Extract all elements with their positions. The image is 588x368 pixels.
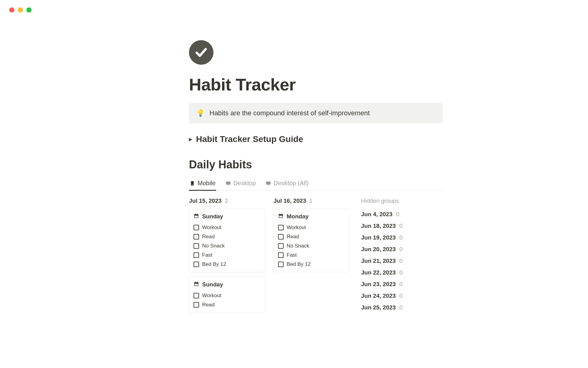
desktop-icon (225, 181, 231, 186)
callout-block[interactable]: 💡 Habits are the compound interest of se… (189, 103, 443, 123)
habit-checkbox[interactable] (194, 225, 199, 230)
hidden-groups: Hidden groups Jun 4, 20230Jun 18, 20230J… (358, 197, 419, 317)
hidden-group-date: Jun 4, 2023 (361, 211, 392, 218)
habit-row: Fast (278, 251, 345, 260)
hidden-group-date: Jun 23, 2023 (361, 281, 396, 288)
habit-row: Workout (194, 223, 260, 232)
svg-rect-5 (267, 185, 269, 185)
card-title: Sunday (202, 213, 223, 220)
toggle-title: Habit Tracker Setup Guide (196, 134, 303, 144)
hidden-group-count: 0 (399, 258, 403, 264)
svg-rect-17 (279, 214, 283, 216)
column-count: 1 (309, 197, 313, 204)
card-title: Monday (287, 213, 309, 220)
toggle-setup-guide[interactable]: ▶ Habit Tracker Setup Guide (189, 134, 443, 144)
board-column: Jul 16, 20231MondayWorkoutReadNo SnackFa… (273, 197, 349, 317)
svg-rect-8 (195, 214, 196, 215)
card-title-row: Sunday (194, 213, 260, 220)
card-title: Sunday (202, 281, 223, 288)
habit-checkbox[interactable] (194, 243, 199, 249)
habit-checkbox[interactable] (194, 252, 199, 258)
habit-row: Read (278, 232, 345, 241)
hidden-group-date: Jun 24, 2023 (361, 293, 396, 299)
svg-rect-7 (194, 214, 198, 216)
hidden-group-count: 0 (399, 246, 403, 253)
lightbulb-icon: 💡 (196, 110, 205, 117)
habit-checkbox[interactable] (194, 262, 199, 267)
svg-rect-3 (227, 185, 229, 185)
habit-row: No Snack (194, 241, 260, 251)
svg-rect-18 (280, 214, 280, 215)
calendar-icon (194, 213, 199, 220)
tab-desktop-all-[interactable]: Desktop (All) (265, 178, 309, 191)
column-date: Jul 15, 2023 (189, 197, 222, 204)
habit-card[interactable]: MondayWorkoutReadNo SnackFastBed By 12 (273, 209, 349, 272)
column-header[interactable]: Jul 15, 20232 (189, 197, 265, 204)
hidden-group-count: 0 (396, 211, 399, 218)
tab-mobile[interactable]: Mobile (189, 178, 216, 191)
checkmark-icon (194, 46, 208, 59)
svg-rect-19 (282, 214, 282, 215)
habit-row: Read (194, 300, 260, 309)
hidden-group-date: Jun 19, 2023 (361, 234, 396, 241)
board-view: Jul 15, 20232SundayWorkoutReadNo SnackFa… (189, 191, 443, 317)
habit-checkbox[interactable] (278, 252, 284, 258)
column-count: 2 (225, 197, 228, 204)
tab-desktop[interactable]: Desktop (225, 178, 256, 191)
column-header[interactable]: Jul 16, 20231 (273, 197, 349, 204)
page-icon-checkmark[interactable] (189, 40, 213, 65)
habit-checkbox[interactable] (278, 234, 284, 240)
habit-checkbox[interactable] (278, 243, 284, 249)
habit-card[interactable]: SundayWorkoutReadNo SnackFastBed By 12 (189, 209, 265, 272)
hidden-group-row[interactable]: Jun 19, 20230 (361, 232, 419, 243)
habit-label: Read (202, 302, 215, 308)
habit-checkbox[interactable] (194, 293, 199, 298)
habit-row: Read (194, 232, 260, 241)
habit-checkbox[interactable] (194, 234, 199, 240)
svg-rect-2 (226, 182, 230, 185)
window-traffic-lights (0, 0, 588, 13)
habit-row: Bed By 12 (194, 260, 260, 269)
habit-row: Workout (278, 223, 345, 232)
hidden-group-row[interactable]: Jun 18, 20230 (361, 220, 419, 232)
hidden-group-row[interactable]: Jun 4, 20230 (361, 209, 419, 220)
habit-label: Workout (202, 224, 221, 231)
hidden-group-row[interactable]: Jun 23, 20230 (361, 278, 419, 290)
habit-row: Bed By 12 (278, 260, 345, 269)
maximize-window-button[interactable] (26, 7, 32, 13)
svg-rect-20 (279, 216, 283, 217)
calendar-icon (278, 213, 284, 220)
board-column: Jul 15, 20232SundayWorkoutReadNo SnackFa… (189, 197, 265, 317)
desktop-icon (266, 181, 271, 186)
habit-label: Workout (202, 293, 221, 299)
habit-label: Bed By 12 (287, 261, 311, 267)
tab-label: Mobile (198, 180, 216, 187)
hidden-group-count: 0 (399, 223, 403, 229)
habit-row: No Snack (278, 241, 345, 251)
hidden-group-count: 0 (399, 293, 403, 299)
hidden-group-count: 0 (399, 234, 403, 241)
habit-row: Workout (194, 291, 260, 300)
hidden-group-row[interactable]: Jun 22, 20230 (361, 267, 419, 278)
hidden-group-row[interactable]: Jun 20, 20230 (361, 243, 419, 255)
svg-rect-4 (266, 182, 271, 185)
column-date: Jul 16, 2023 (273, 197, 306, 204)
minimize-window-button[interactable] (18, 7, 23, 13)
hidden-group-row[interactable]: Jun 21, 20230 (361, 255, 419, 267)
habit-checkbox[interactable] (194, 302, 199, 308)
habit-checkbox[interactable] (278, 262, 284, 267)
svg-rect-13 (195, 282, 196, 283)
habit-label: Fast (287, 252, 297, 258)
hidden-group-date: Jun 18, 2023 (361, 223, 396, 229)
tab-label: Desktop (All) (273, 180, 308, 187)
hidden-group-row[interactable]: Jun 24, 20230 (361, 290, 419, 302)
hidden-group-row[interactable]: Jun 25, 20230 (361, 302, 419, 313)
card-title-row: Monday (278, 213, 345, 220)
habit-card[interactable]: SundayWorkoutRead (189, 277, 265, 313)
habit-checkbox[interactable] (278, 225, 284, 230)
habit-label: Read (287, 234, 299, 240)
caret-right-icon: ▶ (189, 137, 192, 142)
svg-rect-9 (197, 214, 198, 215)
close-window-button[interactable] (9, 7, 14, 13)
hidden-group-date: Jun 20, 2023 (361, 246, 396, 253)
